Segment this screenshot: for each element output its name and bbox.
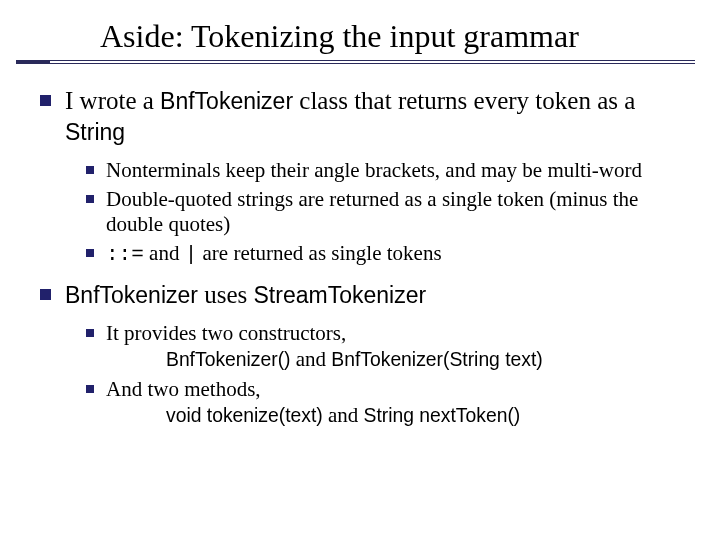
text: uses <box>198 281 254 308</box>
square-bullet-icon <box>86 249 94 257</box>
slide-body: I wrote a BnfTokenizer class that return… <box>0 55 720 429</box>
text: Double-quoted strings are returned as a … <box>106 187 685 237</box>
square-bullet-icon <box>86 166 94 174</box>
bullet-level2: ::= and | are returned as single tokens <box>86 241 685 267</box>
code-signature: BnfTokenizer(String text) <box>331 349 542 370</box>
title-underline <box>16 60 695 64</box>
square-bullet-icon <box>40 289 51 300</box>
text: class that returns every token as a <box>293 87 635 114</box>
text: are returned as single tokens <box>197 241 441 265</box>
code-signature: void tokenize(text) <box>166 405 323 426</box>
square-bullet-icon <box>86 385 94 393</box>
bullet-level1: BnfTokenizer uses StreamTokenizer <box>40 279 685 310</box>
square-bullet-icon <box>86 329 94 337</box>
class-name: StreamTokenizer <box>254 282 427 308</box>
text: I wrote a <box>65 87 160 114</box>
bullet-level1: I wrote a BnfTokenizer class that return… <box>40 85 685 148</box>
text: and <box>291 347 332 371</box>
text: and <box>323 403 364 427</box>
class-name: BnfTokenizer <box>160 88 293 114</box>
bullet-level2: Double-quoted strings are returned as a … <box>86 187 685 237</box>
class-name: BnfTokenizer <box>65 282 198 308</box>
text: Nonterminals keep their angle brackets, … <box>106 158 642 183</box>
text: It provides two constructors, <box>106 321 543 346</box>
code-token: ::= <box>106 243 144 266</box>
bullet-level2: And two methods, void tokenize(text) and… <box>86 377 685 429</box>
code-token: | <box>185 243 198 266</box>
text: and <box>144 241 185 265</box>
code-signature: String nextToken() <box>364 405 521 426</box>
code-signature: BnfTokenizer() <box>166 349 291 370</box>
bullet-level2: It provides two constructors, BnfTokeniz… <box>86 321 685 373</box>
slide-title: Aside: Tokenizing the input grammar <box>100 18 720 55</box>
bullet-level2: Nonterminals keep their angle brackets, … <box>86 158 685 183</box>
square-bullet-icon <box>86 195 94 203</box>
square-bullet-icon <box>40 95 51 106</box>
text: And two methods, <box>106 377 520 402</box>
class-name: String <box>65 119 125 145</box>
